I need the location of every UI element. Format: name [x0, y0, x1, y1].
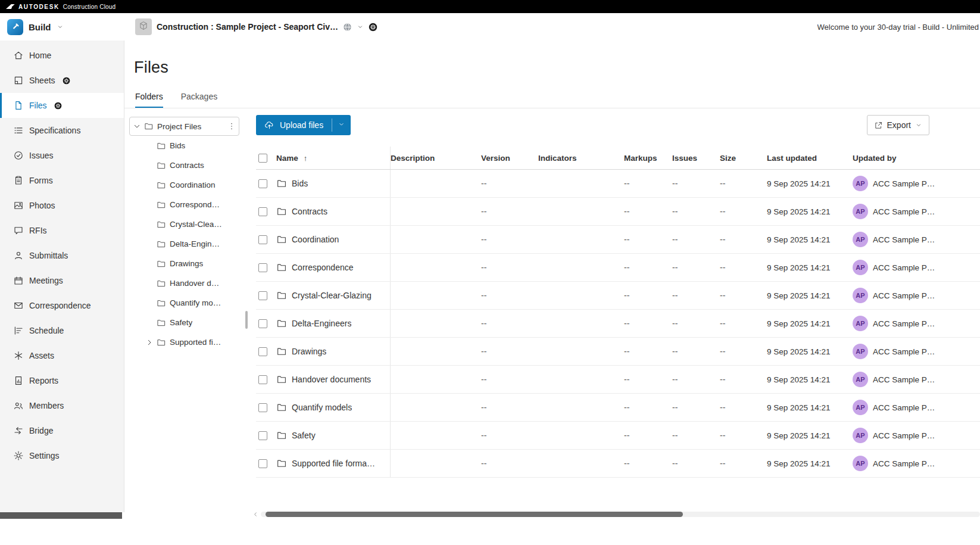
table-row[interactable]: Supported file forma… -- -- -- -- 9 Sep …	[256, 450, 980, 478]
export-label: Export	[887, 120, 911, 130]
column-header-name[interactable]: Name ↑	[276, 147, 391, 169]
tree-item-coordination[interactable]: Coordination	[129, 175, 239, 195]
row-checkbox[interactable]	[258, 207, 267, 216]
product-switcher[interactable]: Build	[0, 19, 124, 35]
project-selector[interactable]: Construction : Sample Project - Seaport …	[135, 18, 377, 35]
sidebar-item-correspondence[interactable]: Correspondence	[0, 293, 124, 318]
sidebar-item-label: Settings	[29, 451, 60, 460]
row-checkbox[interactable]	[258, 459, 267, 468]
chevron-right-icon[interactable]	[145, 338, 154, 347]
table-row[interactable]: Correspondence -- -- -- -- 9 Sep 2025 14…	[256, 254, 980, 282]
row-checkbox[interactable]	[258, 291, 267, 300]
table-row[interactable]: Handover documents -- -- -- -- 9 Sep 202…	[256, 366, 980, 394]
sidebar-item-members[interactable]: Members	[0, 393, 124, 418]
column-header-version[interactable]: Version	[481, 154, 538, 163]
folder-icon	[157, 161, 166, 170]
chevron-down-icon[interactable]	[132, 122, 142, 131]
select-all-checkbox[interactable]	[258, 154, 267, 163]
project-chevron-icon[interactable]	[357, 23, 364, 30]
folder-name-link[interactable]: Contracts	[292, 207, 327, 216]
sidebar-item-home[interactable]: Home	[0, 43, 124, 68]
row-checkbox[interactable]	[258, 179, 267, 188]
sidebar-item-assets[interactable]: Assets	[0, 343, 124, 368]
sidebar-item-sheets[interactable]: Sheets	[0, 68, 124, 93]
table-row[interactable]: Drawings -- -- -- -- 9 Sep 2025 14:21 AP…	[256, 338, 980, 366]
tab-packages[interactable]: Packages	[181, 92, 217, 108]
cell-name: Delta-Engineers	[276, 310, 391, 337]
folder-name-link[interactable]: Handover documents	[292, 375, 371, 384]
sidebar-item-reports[interactable]: Reports	[0, 368, 124, 393]
row-checkbox[interactable]	[258, 403, 267, 412]
table-row[interactable]: Contracts -- -- -- -- 9 Sep 2025 14:21 A…	[256, 198, 980, 226]
tree-item-quantify-mo[interactable]: Quantify mo…	[129, 293, 239, 313]
tree-item-contracts[interactable]: Contracts	[129, 155, 239, 175]
scrollbar-track[interactable]	[261, 512, 980, 517]
sidebar-item-label: Bridge	[29, 426, 53, 435]
horizontal-scrollbar[interactable]	[252, 510, 980, 518]
sidebar-item-forms[interactable]: Forms	[0, 168, 124, 193]
tree-item-delta-engin[interactable]: Delta-Engin…	[129, 234, 239, 254]
row-checkbox[interactable]	[258, 347, 267, 356]
sidebar-item-photos[interactable]: Photos	[0, 193, 124, 218]
folder-name-link[interactable]: Supported file forma…	[292, 459, 375, 468]
tree-item-supported-fi[interactable]: Supported fi…	[129, 332, 239, 352]
upload-menu-button[interactable]	[332, 115, 351, 135]
splitter-handle[interactable]	[245, 311, 248, 329]
panel-splitter[interactable]	[244, 108, 249, 545]
sidebar-item-files[interactable]: Files	[0, 93, 124, 118]
column-header-updated-by[interactable]: Updated by	[853, 154, 980, 163]
sidebar-item-bridge[interactable]: Bridge	[0, 418, 124, 443]
more-options-icon[interactable]	[227, 122, 236, 131]
sort-asc-icon[interactable]: ↑	[304, 154, 308, 163]
table-row[interactable]: Safety -- -- -- -- 9 Sep 2025 14:21 AP A…	[256, 422, 980, 450]
tree-item-crystal-clea[interactable]: Crystal-Clea…	[129, 214, 239, 234]
row-checkbox[interactable]	[258, 235, 267, 244]
new-feature-badge-icon	[63, 77, 70, 85]
cell-issues: --	[672, 459, 720, 468]
sidebar-item-issues[interactable]: Issues	[0, 143, 124, 168]
row-checkbox[interactable]	[258, 431, 267, 440]
sidebar-item-label: Specifications	[29, 126, 80, 135]
tree-item-project-files[interactable]: Project Files	[129, 117, 239, 136]
row-checkbox[interactable]	[258, 375, 267, 384]
updated-by-name: ACC Sample P…	[873, 263, 935, 272]
table-row[interactable]: Delta-Engineers -- -- -- -- 9 Sep 2025 1…	[256, 310, 980, 338]
sidebar-item-schedule[interactable]: Schedule	[0, 318, 124, 343]
sidebar-item-settings[interactable]: Settings	[0, 443, 124, 468]
sidebar-item-meetings[interactable]: Meetings	[0, 268, 124, 293]
folder-name-link[interactable]: Quantify models	[292, 403, 352, 412]
row-checkbox[interactable]	[258, 263, 267, 272]
sidebar-item-specifications[interactable]: Specifications	[0, 118, 124, 143]
sidebar-item-rfis[interactable]: RFIs	[0, 218, 124, 243]
tree-item-drawings[interactable]: Drawings	[129, 254, 239, 273]
tree-item-bids[interactable]: Bids	[129, 136, 239, 155]
tree-item-safety[interactable]: Safety	[129, 313, 239, 332]
folder-name-link[interactable]: Drawings	[292, 347, 326, 356]
folder-name-link[interactable]: Coordination	[292, 235, 339, 244]
column-header-last-updated[interactable]: Last updated	[767, 154, 853, 163]
tab-folders[interactable]: Folders	[135, 92, 163, 108]
column-header-indicators[interactable]: Indicators	[538, 154, 624, 163]
table-row[interactable]: Crystal-Clear-Glazing -- -- -- -- 9 Sep …	[256, 282, 980, 310]
folder-name-link[interactable]: Delta-Engineers	[292, 319, 351, 328]
scrollbar-thumb[interactable]	[266, 512, 683, 517]
table-row[interactable]: Coordination -- -- -- -- 9 Sep 2025 14:2…	[256, 226, 980, 254]
column-header-description[interactable]: Description	[391, 154, 481, 163]
export-button[interactable]: Export	[867, 115, 929, 135]
folder-name-link[interactable]: Crystal-Clear-Glazing	[292, 291, 372, 300]
table-row[interactable]: Quantify models -- -- -- -- 9 Sep 2025 1…	[256, 394, 980, 422]
column-header-markups[interactable]: Markups	[624, 154, 672, 163]
upload-files-button[interactable]: Upload files	[256, 115, 351, 135]
column-header-size[interactable]: Size	[720, 154, 767, 163]
sidebar-item-submittals[interactable]: Submittals	[0, 243, 124, 268]
table-row[interactable]: Bids -- -- -- -- 9 Sep 2025 14:21 AP ACC…	[256, 170, 980, 198]
tree-item-handover-d[interactable]: Handover d…	[129, 273, 239, 293]
folder-name-link[interactable]: Safety	[292, 431, 316, 440]
folder-name-link[interactable]: Bids	[292, 179, 308, 188]
tree-item-correspond[interactable]: Correspond…	[129, 195, 239, 214]
scroll-left-icon[interactable]	[252, 511, 259, 518]
row-checkbox[interactable]	[258, 319, 267, 328]
chevron-down-icon	[915, 122, 922, 129]
column-header-issues[interactable]: Issues	[672, 154, 720, 163]
folder-name-link[interactable]: Correspondence	[292, 263, 354, 272]
